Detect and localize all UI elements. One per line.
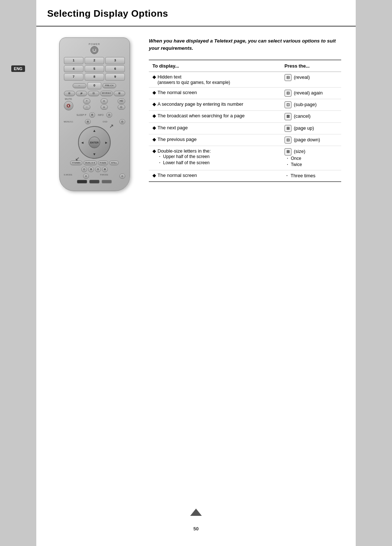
- btn-8: 8: [85, 73, 104, 81]
- btn-p: P: [76, 91, 87, 97]
- btn-eb3: ⊠: [114, 91, 125, 97]
- btn-eb2: ⊟: [88, 91, 99, 97]
- page-title: Selecting Display Options: [47, 8, 345, 19]
- btn-icon-reveal: ⊟: [285, 74, 291, 81]
- page-number: 50: [190, 519, 202, 539]
- menu-label: MENU/11: [64, 121, 73, 123]
- table-row: ◆The previous page ⊟ (page down): [149, 134, 341, 146]
- mute-btn: 🔇: [64, 101, 73, 110]
- remote-control: POWER 1 2 3 4 5 6 7 8 9: [59, 37, 130, 191]
- btn-icon-reveal2: ⊟: [285, 90, 291, 97]
- btn-icon-size: ⊞: [285, 148, 291, 155]
- remote-section: POWER 1 2 3 4 5 6 7 8 9: [51, 37, 138, 191]
- display-cell: ◆The previous page: [149, 134, 281, 146]
- display-cell: ◆The normal screen: [149, 170, 281, 182]
- mute-area: MUTE 🔇: [64, 98, 73, 110]
- btn-osd: ⊟: [119, 119, 125, 124]
- display-cell: ◆Double-size letters in the: ・ Upper hal…: [149, 146, 281, 170]
- power-icon: [93, 48, 96, 52]
- nav-cluster: ENTER ▲ ▼ ◄ ► ↗ ↙: [78, 126, 111, 159]
- page-number-area: 50: [190, 509, 202, 539]
- pmode-label: P.MODE: [100, 174, 108, 179]
- btn-6: 6: [105, 65, 125, 73]
- btn-menu: ⊞: [85, 119, 91, 124]
- display-cell: ◆The next page: [149, 122, 281, 134]
- col1-header: To display...: [149, 60, 281, 72]
- ch-col: ∧ ∨: [101, 98, 108, 110]
- right-btns: HD ⊡: [118, 98, 125, 110]
- btn-7: 7: [64, 73, 83, 81]
- btn-3: 3: [105, 57, 125, 64]
- btn-eb8: ⊠: [102, 167, 108, 172]
- zero-row: ← 0 PRE-CH: [64, 82, 125, 89]
- btn-eb4: ⊡: [118, 105, 125, 110]
- btn-icon-pagedown: ⊟: [285, 137, 291, 143]
- vol-col: + −: [83, 98, 90, 110]
- btn-2: 2: [85, 57, 104, 64]
- page-container: ENG Selecting Display Options POWER 1: [0, 0, 392, 546]
- sleep-label: SLEEP P: [77, 114, 86, 116]
- sleep-info-row: SLEEP P ⊞ INFO ⊟: [64, 112, 125, 117]
- btn-prev: ←: [73, 83, 86, 88]
- btn-icon-subpage: ⊡: [285, 101, 291, 108]
- nav-right: ►: [105, 141, 108, 145]
- table-row: ◆Double-size letters in the: ・ Upper hal…: [149, 146, 341, 170]
- power-label: POWER: [64, 43, 125, 45]
- press-cell: ⊟ (reveal) again: [281, 87, 341, 99]
- btn-eb5: ⊡: [81, 167, 87, 172]
- press-cell: ⊞ (size) ・ Once ・ Twice: [281, 146, 341, 170]
- mute-label: MUTE: [65, 98, 72, 100]
- left-sidebar: ENG: [0, 0, 36, 546]
- btn-eb7: ⊟: [95, 167, 101, 172]
- smode-label: S.MODE: [64, 174, 73, 179]
- btn-smode: ⊙: [83, 174, 89, 179]
- table-row: ◆A secondary page by entering its number…: [149, 99, 341, 110]
- btn-pmode: ⊙: [119, 174, 125, 179]
- btn-still: STILL: [109, 161, 119, 165]
- press-cell: ⊠ (cancel): [281, 111, 341, 122]
- table-row: ◆The normal screen ・ Three times: [149, 170, 341, 182]
- display-cell: ◆Hidden text (answers to quiz games, for…: [149, 72, 281, 87]
- vol-down: −: [83, 105, 90, 110]
- smode-pmode-row: S.MODE ⊙ P.MODE ⊙: [64, 174, 125, 179]
- btn-color1: [77, 180, 87, 183]
- table-row: ◆The next page ⊞ (page up): [149, 122, 341, 134]
- btn-icon-pageup: ⊞: [285, 125, 291, 132]
- content-area: POWER 1 2 3 4 5 6 7 8 9: [36, 34, 356, 206]
- nav-left: ◄: [81, 141, 84, 145]
- table-row: ◆Hidden text (answers to quiz games, for…: [149, 72, 341, 87]
- mute-row: MUTE 🔇 + − ∧ ∨ HD ⊡: [64, 98, 125, 110]
- power-button: [90, 46, 98, 54]
- press-cell: ・ Three times: [281, 170, 341, 182]
- btn-eb6: ⊞: [88, 167, 94, 172]
- color-btns-row: [64, 180, 125, 183]
- btn-dual: DUAL H-II: [83, 161, 97, 165]
- nav-up: ▲: [93, 129, 96, 133]
- btn-9: 9: [105, 73, 125, 81]
- btn-eb1: ⊞: [64, 91, 75, 97]
- btn-sleep: ⊞: [89, 112, 95, 117]
- table-section: When you have displayed a Teletext page,…: [149, 37, 341, 191]
- up-arrow: [190, 509, 202, 516]
- info-label: INFO: [98, 114, 104, 116]
- bottom-func-row: TTX/MIX DUAL H-II P.SIZE STILL: [64, 161, 125, 165]
- menu-row: MENU/11 ⊞ OSD ⊟: [64, 119, 125, 124]
- btn-hd: HD: [118, 98, 125, 104]
- ch-up: ∧: [101, 98, 108, 104]
- btn-1: 1: [64, 57, 83, 64]
- btn-psize: P.SIZE: [98, 161, 108, 165]
- main-content: Selecting Display Options POWER 1 2 3: [36, 0, 356, 546]
- display-cell: ◆The normal screen: [149, 87, 281, 99]
- table-row: ◆The broadcast when searching for a page…: [149, 111, 341, 122]
- press-cell: ⊡ (sub-page): [281, 99, 341, 110]
- press-cell: ⊞ (page up): [281, 122, 341, 134]
- ch-down: ∨: [101, 105, 108, 110]
- eng-badge: ENG: [11, 65, 25, 72]
- press-cell: ⊟ (page down): [281, 134, 341, 146]
- enter-btn: ENTER: [89, 137, 100, 148]
- title-bar: Selecting Display Options: [36, 0, 356, 27]
- btn-info: ⊟: [106, 112, 112, 117]
- arrow-indicator: [190, 509, 202, 516]
- btn-5: 5: [85, 65, 104, 73]
- btn-icon-cancel: ⊠: [285, 113, 291, 120]
